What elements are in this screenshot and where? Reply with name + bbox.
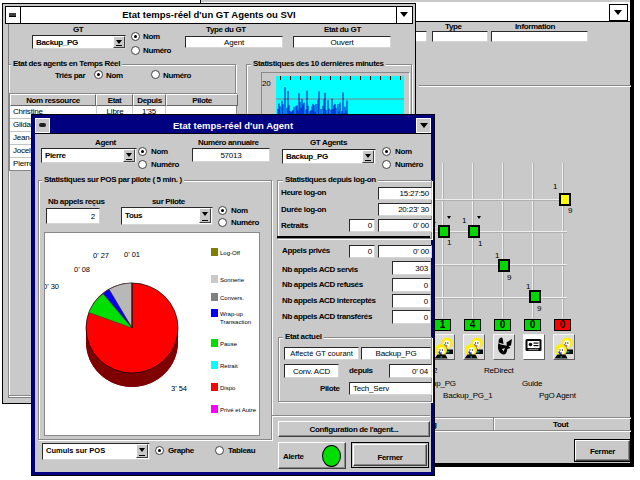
- svg-text:Convers.: Convers.: [220, 295, 244, 301]
- svg-text:Pause: Pause: [220, 341, 238, 347]
- svg-text:3' 54: 3' 54: [171, 384, 187, 393]
- svg-text:Privé et Autre: Privé et Autre: [220, 407, 257, 413]
- svg-text:Dispo: Dispo: [220, 385, 236, 391]
- svg-text:Sonnerie: Sonnerie: [220, 277, 245, 283]
- svg-text:0' 30: 0' 30: [45, 282, 59, 291]
- svg-text:Transaction: Transaction: [220, 319, 251, 325]
- svg-text:Retrait: Retrait: [220, 363, 238, 369]
- svg-text:Wrap-up: Wrap-up: [220, 311, 244, 317]
- svg-text:0' 01: 0' 01: [124, 250, 140, 259]
- svg-text:0' 27: 0' 27: [93, 251, 109, 260]
- svg-text:Log-Off: Log-Off: [220, 250, 240, 256]
- svg-text:0' 08: 0' 08: [74, 265, 90, 274]
